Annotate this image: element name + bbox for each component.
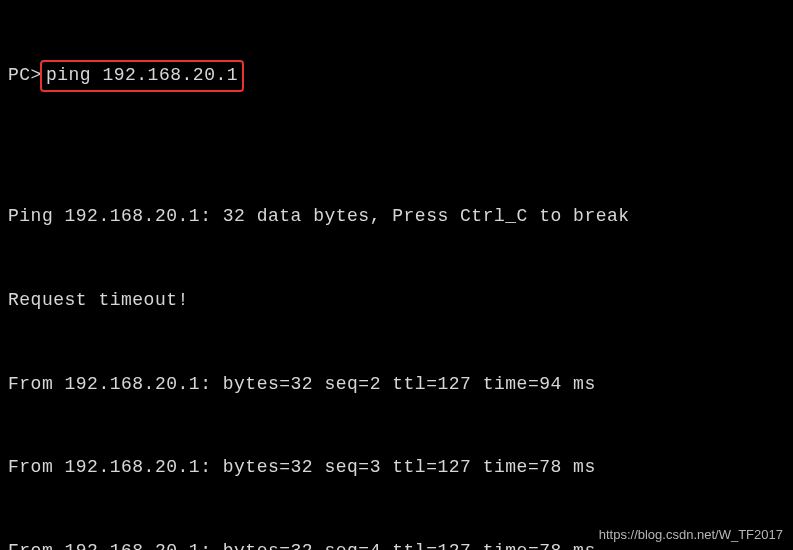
ping-command-highlight: ping 192.168.20.1 [40,60,244,92]
ping-header: Ping 192.168.20.1: 32 data bytes, Press … [8,203,785,231]
prompt-line-1: PC>ping 192.168.20.1 [8,60,785,92]
ping-reply: From 192.168.20.1: bytes=32 seq=2 ttl=12… [8,371,785,399]
request-timeout: Request timeout! [8,287,785,315]
watermark-text: https://blog.csdn.net/W_TF2017 [599,527,783,542]
ping-reply: From 192.168.20.1: bytes=32 seq=3 ttl=12… [8,454,785,482]
terminal-output[interactable]: PC>ping 192.168.20.1 Ping 192.168.20.1: … [0,0,793,550]
prompt-prefix: PC> [8,65,42,85]
